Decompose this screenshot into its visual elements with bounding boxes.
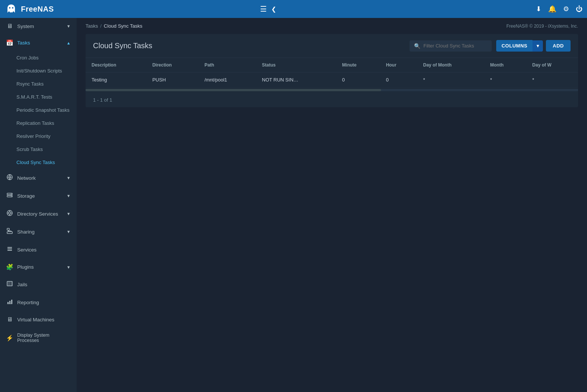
svg-point-2: [12, 7, 13, 9]
svg-rect-16: [7, 232, 12, 234]
columns-button[interactable]: COLUMNS: [496, 40, 532, 52]
download-icon[interactable]: ⬇: [536, 5, 541, 13]
table-row[interactable]: Testing PUSH /mnt/pool1 NOT RUN SIN… 0 0…: [86, 72, 578, 87]
col-month: Month: [484, 58, 526, 72]
sidebar-sub-smart[interactable]: S.M.A.R.T. Tests: [0, 90, 77, 104]
svg-point-10: [9, 212, 11, 214]
sidebar-item-plugins-label: Plugins: [17, 264, 63, 270]
bell-icon[interactable]: 🔔: [548, 5, 556, 13]
cloud-sync-label: Cloud Sync Tasks: [16, 160, 55, 165]
plugins-arrow-icon: ▼: [67, 265, 71, 269]
sidebar-item-services-label: Services: [17, 247, 71, 253]
sidebar-sub-rsync[interactable]: Rsync Tasks: [0, 77, 77, 90]
sidebar-sub-resilver[interactable]: Resilver Priority: [0, 130, 77, 143]
sidebar-item-reporting-label: Reporting: [17, 300, 71, 305]
table-title: Cloud Sync Tasks: [93, 41, 410, 50]
resilver-label: Resilver Priority: [16, 133, 50, 139]
init-shutdown-label: Init/Shutdown Scripts: [16, 68, 62, 74]
cell-minute: 0: [336, 72, 380, 87]
table-card: Cloud Sync Tasks 🔍 COLUMNS ▼ ADD Descrip…: [86, 34, 578, 107]
sidebar-sub-cron-jobs[interactable]: Cron Jobs: [0, 51, 77, 64]
network-icon: [6, 174, 13, 182]
sidebar-item-display-processes-label: Display System Processes: [17, 333, 71, 343]
replication-label: Replication Tasks: [16, 120, 54, 126]
main-layout: 🖥 System ▼ 📅 Tasks ▲ Cron Jobs Init/Shut…: [0, 18, 587, 392]
sidebar-item-directory-services[interactable]: Directory Services ▼: [0, 205, 77, 223]
sidebar-item-network[interactable]: Network ▼: [0, 169, 77, 187]
pagination-text: 1 - 1 of 1: [93, 97, 112, 103]
sidebar-sub-scrub[interactable]: Scrub Tasks: [0, 143, 77, 156]
sidebar-item-sharing-label: Sharing: [17, 229, 63, 235]
services-icon: [6, 246, 13, 254]
periodic-snapshot-label: Periodic Snapshot Tasks: [16, 107, 69, 113]
sharing-arrow-icon: ▼: [67, 229, 71, 234]
add-button[interactable]: ADD: [546, 40, 571, 52]
sidebar-item-jails[interactable]: Jails: [0, 275, 77, 293]
sidebar-item-vms-label: Virtual Machines: [17, 317, 71, 322]
sidebar-item-sharing[interactable]: Sharing ▼: [0, 223, 77, 241]
cell-description: Testing: [86, 72, 146, 87]
sidebar-item-network-label: Network: [17, 175, 63, 181]
col-day-of-month: Day of Month: [417, 58, 484, 72]
power-icon[interactable]: ⏻: [576, 5, 583, 13]
sidebar-item-reporting[interactable]: Reporting: [0, 293, 77, 311]
scrollbar-track: [86, 89, 578, 91]
col-description: Description: [86, 58, 146, 72]
sidebar-item-storage[interactable]: Storage ▼: [0, 187, 77, 205]
directory-icon: [6, 210, 13, 218]
vms-icon: 🖥: [6, 316, 13, 323]
svg-rect-28: [9, 301, 10, 304]
col-direction: Direction: [146, 58, 198, 72]
search-input[interactable]: [423, 43, 487, 49]
breadcrumb: Tasks / Cloud Sync Tasks FreeNAS® © 2019…: [77, 18, 587, 34]
sidebar-item-storage-label: Storage: [17, 193, 63, 199]
sidebar-item-vms[interactable]: 🖥 Virtual Machines: [0, 311, 77, 328]
system-icon: 🖥: [6, 23, 13, 30]
menu-icon[interactable]: ☰: [260, 4, 267, 13]
breadcrumb-current: Cloud Sync Tasks: [104, 23, 142, 29]
sidebar-sub-init-shutdown[interactable]: Init/Shutdown Scripts: [0, 64, 77, 77]
cell-day-of-week: *: [526, 72, 578, 87]
system-arrow-icon: ▼: [67, 24, 71, 28]
sidebar-sub-cloud-sync[interactable]: Cloud Sync Tasks: [0, 156, 77, 169]
plugins-icon: 🧩: [6, 263, 13, 271]
gear-icon[interactable]: ⚙: [563, 5, 569, 13]
storage-arrow-icon: ▼: [67, 194, 71, 198]
scrollbar-thumb[interactable]: [86, 89, 381, 91]
sidebar-item-display-processes[interactable]: ⚡ Display System Processes: [0, 328, 77, 348]
horizontal-scrollbar[interactable]: [86, 87, 578, 93]
copyright-text: FreeNAS® © 2019 - iXsystems, Inc.: [506, 24, 578, 29]
jails-icon: [6, 280, 13, 288]
display-processes-icon: ⚡: [6, 334, 13, 342]
sidebar-item-system[interactable]: 🖥 System ▼: [0, 18, 77, 34]
col-hour: Hour: [380, 58, 417, 72]
col-path: Path: [198, 58, 256, 72]
columns-dropdown-button[interactable]: ▼: [532, 40, 543, 52]
smart-label: S.M.A.R.T. Tests: [16, 94, 52, 100]
network-arrow-icon: ▼: [67, 176, 71, 180]
search-box[interactable]: 🔍: [410, 40, 492, 52]
table-header-row: Description Direction Path Status Minute…: [86, 58, 578, 72]
sidebar-item-plugins[interactable]: 🧩 Plugins ▼: [0, 259, 77, 275]
reporting-icon: [6, 298, 13, 306]
pagination: 1 - 1 of 1: [86, 93, 578, 107]
sidebar-sub-periodic-snapshot[interactable]: Periodic Snapshot Tasks: [0, 104, 77, 117]
sidebar-item-services[interactable]: Services: [0, 241, 77, 259]
breadcrumb-separator: /: [100, 23, 102, 29]
breadcrumb-parent[interactable]: Tasks: [86, 23, 98, 29]
data-table: Description Direction Path Status Minute…: [86, 58, 578, 87]
search-icon: 🔍: [414, 43, 420, 49]
back-icon[interactable]: ❮: [271, 6, 276, 13]
cell-status: NOT RUN SIN…: [256, 72, 336, 87]
sidebar: 🖥 System ▼ 📅 Tasks ▲ Cron Jobs Init/Shut…: [0, 18, 77, 392]
col-status: Status: [256, 58, 336, 72]
svg-rect-27: [7, 302, 9, 304]
sidebar-sub-replication[interactable]: Replication Tasks: [0, 117, 77, 130]
tasks-icon: 📅: [6, 39, 13, 46]
cron-jobs-label: Cron Jobs: [16, 55, 38, 61]
sidebar-item-tasks[interactable]: 📅 Tasks ▲: [0, 34, 77, 51]
tasks-arrow-icon: ▲: [67, 41, 71, 45]
scrub-label: Scrub Tasks: [16, 146, 43, 152]
svg-point-8: [11, 196, 12, 197]
svg-rect-15: [7, 228, 9, 230]
